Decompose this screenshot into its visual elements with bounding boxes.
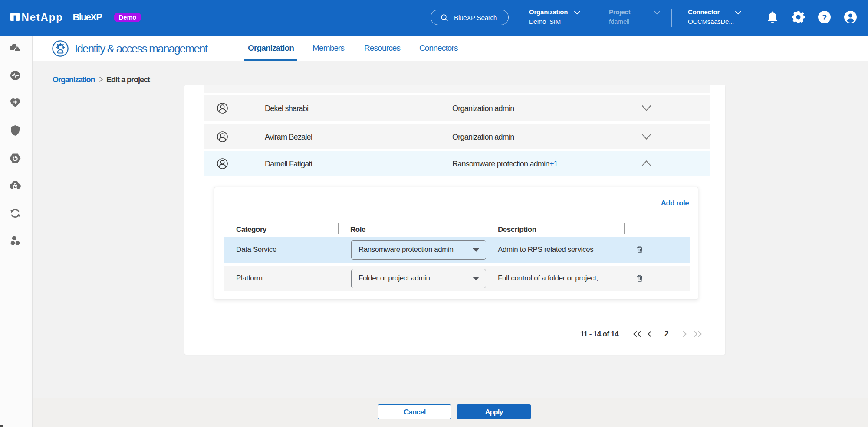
svg-text:?: ? — [822, 13, 827, 22]
